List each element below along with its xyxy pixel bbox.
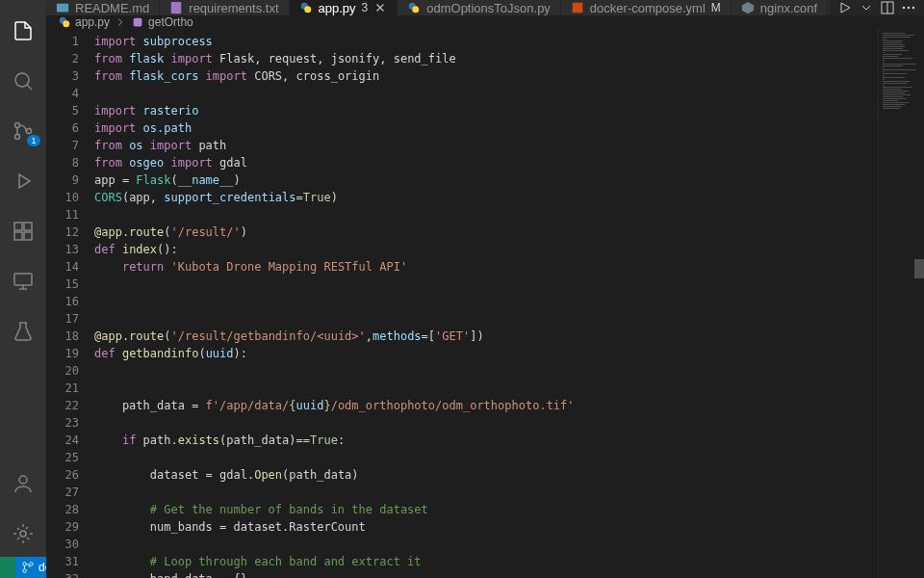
- scrollbar-thumb[interactable]: [914, 259, 924, 278]
- svg-rect-8: [14, 274, 32, 285]
- tab-label: README.md: [75, 1, 149, 15]
- svg-point-0: [15, 73, 29, 87]
- tab-bar: README.md requirements.txt app.py 3 odmO…: [46, 0, 924, 15]
- svg-rect-4: [14, 223, 22, 230]
- svg-point-30: [23, 569, 27, 573]
- tab-label: odmOptionsToJson.py: [426, 1, 551, 15]
- line-gutter: 1234567891011121314151617181920212223242…: [46, 29, 94, 578]
- svg-rect-12: [171, 2, 182, 13]
- editor-actions: [830, 0, 924, 15]
- search-icon[interactable]: [0, 58, 46, 104]
- activity-bar: 1: [0, 0, 46, 557]
- svg-point-10: [20, 531, 26, 537]
- svg-point-25: [63, 20, 69, 27]
- source-control-icon[interactable]: 1: [0, 108, 46, 154]
- tab-requirements[interactable]: requirements.txt: [160, 0, 289, 15]
- run-icon[interactable]: [837, 0, 853, 15]
- svg-marker-18: [742, 2, 754, 13]
- svg-rect-11: [57, 4, 68, 13]
- scm-badge: 1: [27, 135, 40, 146]
- editor[interactable]: 1234567891011121314151617181920212223242…: [46, 29, 924, 578]
- run-debug-icon[interactable]: [0, 158, 46, 204]
- scrollbar[interactable]: [914, 29, 924, 578]
- svg-rect-7: [24, 232, 32, 240]
- branch-icon: [21, 561, 35, 574]
- tab-label: docker-compose.yml: [590, 1, 706, 15]
- svg-point-29: [23, 563, 27, 566]
- testing-icon[interactable]: [0, 308, 46, 355]
- svg-point-3: [27, 129, 32, 134]
- breadcrumbs[interactable]: app.py getOrtho: [46, 15, 924, 29]
- tab-readme[interactable]: README.md: [46, 0, 160, 15]
- remote-indicator[interactable]: [0, 557, 15, 578]
- svg-point-14: [304, 6, 311, 13]
- python-icon: [299, 1, 313, 14]
- tab-app-py[interactable]: app.py 3: [290, 0, 398, 15]
- text-icon: [169, 1, 183, 14]
- chevron-down-icon[interactable]: [859, 0, 874, 15]
- tab-label: app.py: [319, 1, 356, 15]
- config-icon: [741, 1, 755, 14]
- markdown-icon: [56, 1, 69, 14]
- more-icon[interactable]: [901, 0, 916, 15]
- tab-odmoptions[interactable]: odmOptionsToJson.py: [398, 0, 561, 15]
- breadcrumb-file[interactable]: app.py: [75, 15, 110, 29]
- minimap[interactable]: [878, 29, 924, 578]
- chevron-right-icon: [114, 15, 127, 29]
- extensions-icon[interactable]: [0, 208, 46, 254]
- svg-point-21: [903, 7, 906, 10]
- breadcrumb-symbol[interactable]: getOrtho: [148, 15, 193, 29]
- svg-rect-26: [134, 18, 142, 27]
- svg-point-22: [908, 7, 911, 10]
- tab-modified-indicator: M: [711, 1, 721, 14]
- close-icon[interactable]: [373, 1, 387, 14]
- svg-point-1: [15, 123, 20, 128]
- split-editor-icon[interactable]: [880, 0, 895, 15]
- svg-point-16: [412, 6, 419, 13]
- svg-point-23: [912, 7, 915, 10]
- svg-point-9: [19, 476, 27, 484]
- symbol-function-icon: [131, 15, 144, 29]
- svg-rect-5: [24, 223, 32, 230]
- svg-rect-6: [14, 232, 22, 240]
- svg-point-31: [30, 563, 34, 566]
- tab-modified-indicator: 3: [362, 1, 369, 14]
- code-content[interactable]: import subprocessfrom flask import Flask…: [94, 29, 878, 578]
- tab-nginx[interactable]: nginx.conf: [732, 0, 828, 15]
- accounts-icon[interactable]: [0, 460, 46, 507]
- settings-icon[interactable]: [0, 511, 46, 557]
- svg-rect-17: [573, 3, 583, 13]
- python-icon: [58, 15, 71, 29]
- svg-point-2: [15, 135, 20, 140]
- tab-label: nginx.conf: [760, 1, 817, 15]
- remote-explorer-icon[interactable]: [0, 258, 46, 304]
- tab-label: requirements.txt: [189, 1, 278, 15]
- explorer-icon[interactable]: [0, 8, 46, 54]
- python-icon: [407, 1, 421, 14]
- yaml-icon: [571, 1, 584, 14]
- tab-docker-compose[interactable]: docker-compose.yml M: [561, 0, 732, 15]
